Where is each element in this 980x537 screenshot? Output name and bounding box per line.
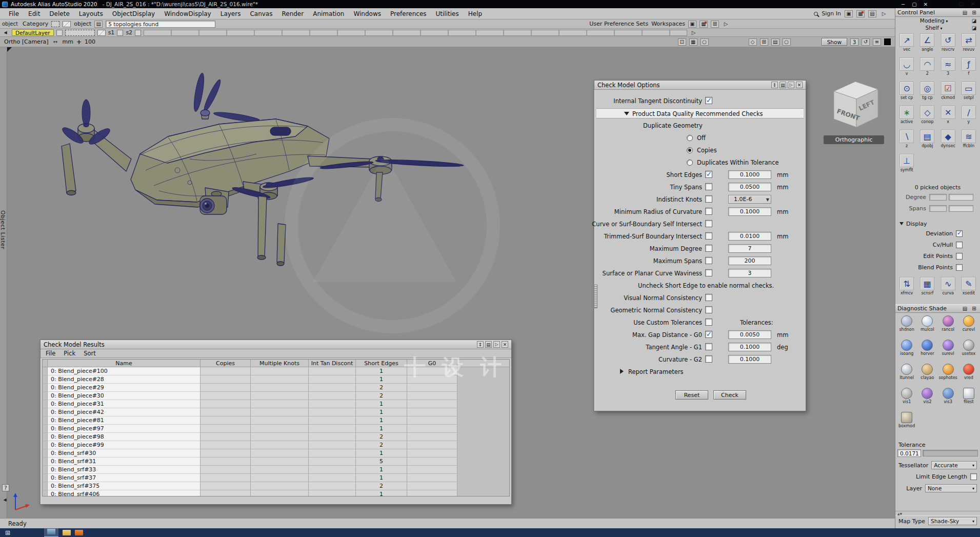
shelf-tool[interactable]: ⊙ set cp [896,81,917,105]
table-row[interactable]: 0: Blend_srf#30 1 [43,449,509,458]
menu-item[interactable]: Windows [349,10,386,17]
display-tool[interactable]: ⇅ xfmcv [896,276,917,300]
option-checkbox[interactable] [705,331,712,338]
tolerance-field[interactable]: 0.0171 [897,449,921,457]
table-row[interactable]: 0: Blend_piece#99 2 [43,441,509,449]
option-checkbox[interactable] [705,319,712,326]
display-section-header[interactable]: Display [895,220,980,228]
shelf-tool[interactable]: ∗ active [896,105,917,129]
column-copies[interactable]: Copies [201,360,251,367]
panel-divider[interactable]: ▲▼ [895,511,980,516]
swatch-empty[interactable] [51,21,59,27]
option-checkbox[interactable] [705,343,712,350]
diagnostic-shade-tool[interactable]: vis1 [896,386,917,410]
option-checkbox[interactable] [705,208,712,215]
taskbar-app-icon[interactable] [75,530,83,535]
display-tool[interactable]: ∿ curva [938,276,958,300]
panel-list-icon[interactable] [961,9,969,16]
search-icon[interactable] [814,12,818,16]
menu-item[interactable]: WindowDisplay [159,10,216,17]
minimize-icon[interactable] [900,1,906,8]
diagnostic-shade-header[interactable]: Diagnostic Shade [895,304,980,313]
display-tool[interactable]: ▦ scnsrf [917,276,937,300]
diagnostic-shade-tool[interactable]: rancol [938,314,958,338]
close-icon[interactable] [502,341,508,348]
pan-icon[interactable] [51,38,59,45]
mode-dropdown[interactable]: Modeling [897,17,970,24]
table-row[interactable]: 0: Blend_piece#31 1 [43,400,509,408]
option-checkbox[interactable] [705,269,712,276]
snap-magnet-icon[interactable] [783,38,791,46]
option-checkbox[interactable] [705,195,712,203]
layer-scroll-left-icon[interactable] [2,29,9,36]
diagnostic-shade-tool[interactable]: surevl [938,338,958,362]
shelf-tool[interactable]: ◇ conop [917,105,937,129]
shelf-tool[interactable]: ∕ y [958,105,979,129]
display-option-checkbox[interactable] [956,253,963,260]
topology-list-icon[interactable] [94,21,103,28]
option-value-field[interactable]: 1.0E-6 [728,195,771,204]
shelf-tool[interactable]: ↗ vec [896,32,917,56]
options-titlebar[interactable]: Check Model Options [594,81,806,90]
layer-toggle[interactable] [56,30,63,36]
diagnostic-shade-tool[interactable]: horver [917,338,937,362]
sign-in-button[interactable]: Sign In [822,10,841,17]
taskbar-active-app[interactable] [44,528,58,537]
shelf-tool[interactable]: ⊥ symflt [896,153,917,177]
shelf-tool[interactable]: ◎ tg cp [917,81,937,105]
tolerance-slider[interactable] [923,450,978,456]
option-value-field[interactable]: 0.1000 [728,355,771,364]
list-icon[interactable] [873,38,881,46]
shelf-tool[interactable]: ▭ setpl [958,81,979,105]
diagnostic-shade-tool[interactable]: sophotes [938,362,958,386]
option-checkbox[interactable] [705,294,712,301]
option-value-field[interactable]: 0.1000 [728,170,771,179]
pin-icon[interactable] [477,341,484,348]
workspace-grid-icon[interactable] [699,21,708,28]
window-menu-icon[interactable] [779,82,786,88]
spans-field-1[interactable] [929,205,947,212]
snap-grid-icon[interactable] [749,38,757,46]
column-short-edges[interactable]: Short Edges [356,360,407,367]
shade-toggle-icon[interactable] [701,38,709,46]
diagnostic-shade-tool[interactable]: vis2 [917,386,937,410]
shelf-tool[interactable]: ▤ dpobj [917,129,937,153]
layer-dropdown[interactable]: None [925,484,977,492]
diagnostic-shade-tool[interactable]: mulcol [917,314,937,338]
option-value-field[interactable]: 0.0100 [728,232,771,241]
toolbar-overflow-icon[interactable] [722,21,730,27]
table-row[interactable]: 0: Blend_piece#42 1 [43,408,509,416]
start-button-icon[interactable] [5,529,10,536]
shelf-tool[interactable]: ≈ 3 [938,56,958,81]
option-checkbox[interactable] [705,245,712,252]
mode-tool-icon[interactable] [970,17,978,24]
window-menu-icon[interactable] [485,341,492,348]
diagnostic-shade-tool[interactable]: vis3 [938,386,958,410]
column-multiple-knots[interactable]: Multiple Knots [251,360,309,367]
menu-item[interactable]: Preferences [386,10,431,17]
render-view-icon[interactable] [678,38,686,46]
display-option-checkbox[interactable] [956,230,963,237]
shelf-tool[interactable]: ↺ revcrv [938,32,958,56]
workspace-layout-icon[interactable] [711,21,719,28]
option-checkbox[interactable] [705,171,712,178]
menu-item[interactable]: Delete [45,10,74,17]
option-value-field[interactable]: 0.1000 [728,343,771,351]
control-panel-header[interactable]: Control Panel [895,8,980,17]
app-titlebar[interactable]: Autodesk Alias AutoStudio 2020 - DJ_AIR_… [0,0,980,8]
expand-icon[interactable] [788,82,794,88]
shelf-tool[interactable]: ◡ v [896,56,917,81]
shelf-tool[interactable]: ƒ f [958,56,979,81]
view-count-field[interactable]: 3 [850,38,858,46]
save-prefs-icon[interactable] [845,10,853,17]
shelf-tool[interactable]: ☑ ckmod [938,81,958,105]
panel-restore-icon[interactable] [957,1,965,7]
panel-dock-icon[interactable] [970,9,978,16]
radio-button[interactable] [687,147,693,153]
layer-s2-label[interactable]: s2 [126,29,132,36]
menu-item[interactable]: Layouts [74,10,108,17]
table-row[interactable]: 0: Blend_srf#31 5 [43,458,509,466]
reset-button[interactable]: Reset [675,390,708,400]
table-row[interactable]: 0: Blend_piece#98 2 [43,433,509,441]
diagnostic-shade-tool[interactable]: isoang [896,338,917,362]
